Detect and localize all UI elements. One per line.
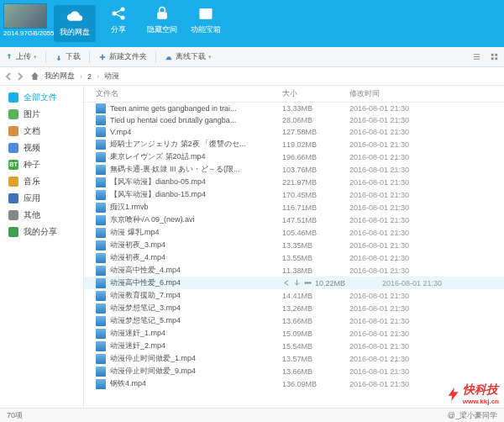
tab-hidden[interactable]: 隐藏空间 <box>141 5 183 42</box>
file-row[interactable]: 【风车动漫】dianbo-15.mp4170.45MB2016-08-01 21… <box>84 188 504 201</box>
file-row[interactable]: Tied up hentai coed brutally gangba...28… <box>84 114 504 126</box>
download-button[interactable]: 下载 <box>55 51 81 62</box>
home-icon[interactable] <box>30 71 39 81</box>
file-row[interactable]: 动漫迷奸_1.mp415.09MB2016-08-01 21:30 <box>84 327 504 340</box>
toolbar: 上传▾ 下载 新建文件夹 离线下载▾ <box>0 47 504 67</box>
tab-label: 隐藏空间 <box>147 24 177 35</box>
col-name[interactable]: 文件名 <box>96 88 282 99</box>
file-row[interactable]: 动漫停止时间做爱_9.mp413.66MB2016-08-01 21:30 <box>84 365 504 377</box>
file-date: 2016-08-01 21:30 <box>349 128 504 136</box>
sidebar-icon <box>8 177 18 187</box>
file-row[interactable]: 动漫迷奸_2.mp415.54MB2016-08-01 21:30 <box>84 340 504 352</box>
sidebar-item-7[interactable]: 其他 <box>0 207 83 224</box>
sidebar-item-3[interactable]: 视频 <box>0 140 83 156</box>
file-row[interactable]: 【风车动漫】dianbo-05.mp4221.97MB2016-08-01 21… <box>84 176 504 188</box>
svg-rect-8 <box>491 57 494 60</box>
file-row[interactable]: 动漫梦想笔记_5.mp413.66MB2016-08-01 21:30 <box>84 314 504 327</box>
tab-label: 分享 <box>111 24 126 35</box>
file-date: 2016-08-01 21:30 <box>349 355 504 363</box>
file-row[interactable]: 动漫梦想笔记_3.mp413.26MB2016-08-01 21:30 <box>84 302 504 314</box>
file-row[interactable]: Teen anime gets gangbanged in trai...13.… <box>84 103 504 114</box>
file-row[interactable]: 动漫高中性爱_6.mp410.22MB2016-08-01 21:30 <box>84 277 504 289</box>
file-row[interactable]: 动漫初夜_3.mp413.35MB2016-08-01 21:30 <box>84 239 504 251</box>
file-date: 2016-08-01 21:30 <box>349 216 504 224</box>
file-size: 136.09MB <box>282 380 349 388</box>
crumb-root[interactable]: 我的网盘 <box>45 71 75 82</box>
forward-icon[interactable] <box>15 71 25 82</box>
box-icon <box>197 5 214 22</box>
file-row[interactable]: 动漫 爆乳.mp4105.46MB2016-08-01 21:30 <box>84 226 504 239</box>
tab-my-disk[interactable]: 我的网盘 <box>54 5 96 42</box>
file-row[interactable]: 姫騎士アンジェリカ 第2夜 「復讐のセ...119.02MB2016-08-01… <box>84 138 504 150</box>
sidebar-item-0[interactable]: 全部文件 <box>0 89 83 106</box>
file-size: 147.51MB <box>282 216 349 224</box>
upload-button[interactable]: 上传▾ <box>5 51 37 62</box>
file-row[interactable]: 無碼卡通-裏·奴隷 III あい・ど～る(限...103.76MB2016-08… <box>84 163 504 176</box>
offline-button[interactable]: 离线下载▾ <box>165 51 212 62</box>
file-row[interactable]: 钢铁魔女.mp466.26MB2016-08-01 21:30 <box>84 390 504 392</box>
file-date: 2016-08-01 21:30 <box>382 279 504 287</box>
newfolder-button[interactable]: 新建文件夹 <box>98 51 147 62</box>
file-name: 动漫迷奸_1.mp4 <box>110 328 282 339</box>
sidebar-label: 文档 <box>24 125 40 137</box>
video-file-icon <box>96 215 106 225</box>
crumb-1[interactable]: 2 <box>87 72 92 81</box>
file-row[interactable]: 动漫初夜_4.mp413.55MB2016-08-01 21:30 <box>84 251 504 264</box>
file-size: 116.71MB <box>282 203 349 212</box>
file-name: 动漫梦想笔记_5.mp4 <box>110 315 282 326</box>
cloud-dl-icon <box>165 53 173 61</box>
file-row[interactable]: 東京レイヴンズ 第20話.mp4196.66MB2016-08-01 21:30 <box>84 150 504 163</box>
file-size: 13.57MB <box>282 355 349 363</box>
file-row[interactable]: 痴汉1.rmvb116.71MB2016-08-01 21:30 <box>84 201 504 214</box>
back-icon[interactable] <box>3 71 13 82</box>
video-file-icon <box>96 316 106 326</box>
download-op-icon[interactable] <box>293 279 301 287</box>
sidebar-label: 我的分享 <box>24 226 57 238</box>
tab-toolbox[interactable]: 功能宝箱 <box>185 5 227 42</box>
file-size: 13.66MB <box>282 317 349 325</box>
file-name: 动漫梦想笔记_3.mp4 <box>110 303 282 314</box>
sidebar-item-4[interactable]: BT种子 <box>0 156 83 173</box>
share-icon <box>110 5 127 22</box>
video-file-icon <box>96 127 106 137</box>
crumb-2[interactable]: 动漫 <box>104 71 119 82</box>
file-name: 动漫高中性爱_6.mp4 <box>110 277 282 288</box>
svg-rect-7 <box>495 54 497 56</box>
video-file-icon <box>96 341 106 351</box>
file-size: 13.66MB <box>282 367 349 376</box>
list-view-icon[interactable] <box>472 52 481 61</box>
file-row[interactable]: V.mp4127.58MB2016-08-01 21:30 <box>84 126 504 138</box>
file-row[interactable]: 动漫停止时间做爱_1.mp413.57MB2016-08-01 21:30 <box>84 352 504 365</box>
sidebar-item-5[interactable]: 音乐 <box>0 173 83 190</box>
share-op-icon[interactable] <box>282 279 290 287</box>
file-size: 103.76MB <box>282 166 349 174</box>
video-file-icon <box>96 140 106 150</box>
svg-point-10 <box>305 282 307 284</box>
main: 全部文件图片文档视频BT种子音乐应用其他我的分享 文件名 大小 修改时间 Tee… <box>0 86 504 408</box>
avatar[interactable] <box>3 3 47 29</box>
file-date: 2016-08-01 21:30 <box>349 254 504 262</box>
video-file-icon <box>96 278 106 288</box>
sidebar-icon <box>8 227 18 237</box>
grid-view-icon[interactable] <box>490 52 499 61</box>
file-row[interactable]: 钢铁4.mp4136.09MB2016-08-01 21:30 <box>84 377 504 390</box>
sidebar-item-6[interactable]: 应用 <box>0 190 83 207</box>
avatar-box: 2014.97GB/2055.00GB <box>0 0 50 47</box>
file-name: 动漫初夜_4.mp4 <box>110 252 282 263</box>
sidebar-label: 图片 <box>24 108 40 120</box>
col-size[interactable]: 大小 <box>282 88 349 99</box>
sidebar-label: 其他 <box>24 209 40 221</box>
sidebar-item-1[interactable]: 图片 <box>0 106 83 123</box>
file-row[interactable]: 动漫高中性爱_4.mp411.38MB2016-08-01 21:30 <box>84 264 504 277</box>
sidebar-item-2[interactable]: 文档 <box>0 123 83 140</box>
file-row[interactable]: 东京喰种√A 09_(new).avi147.51MB2016-08-01 21… <box>84 214 504 226</box>
svg-point-11 <box>307 282 309 284</box>
file-name: 动漫停止时间做爱_1.mp4 <box>110 353 282 364</box>
sidebar-item-8[interactable]: 我的分享 <box>0 224 83 240</box>
tab-share[interactable]: 分享 <box>97 5 139 42</box>
svg-rect-3 <box>157 12 167 18</box>
file-size: 14.41MB <box>282 292 349 300</box>
col-date[interactable]: 修改时间 <box>349 88 504 99</box>
more-op-icon[interactable] <box>304 279 312 287</box>
file-row[interactable]: 动漫教育援助_7.mp414.41MB2016-08-01 21:30 <box>84 289 504 302</box>
